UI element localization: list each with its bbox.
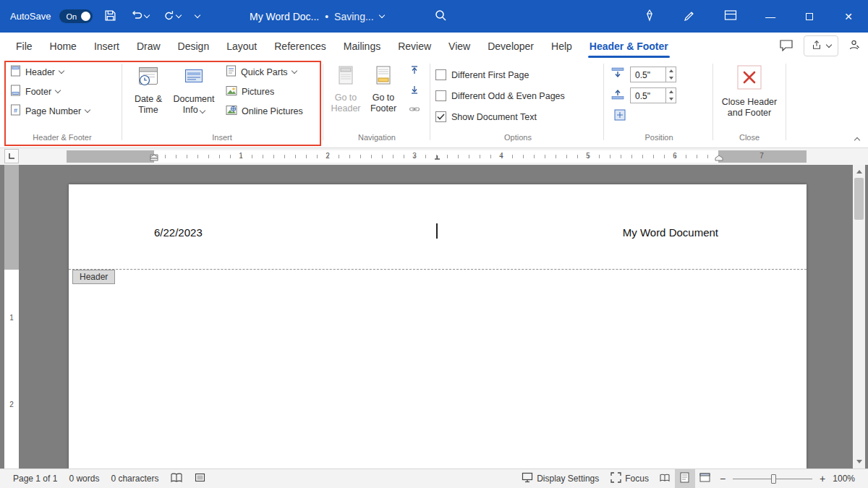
word-count-label: 0 words [69, 474, 99, 484]
left-tab-icon [8, 150, 15, 163]
tab-layout[interactable]: Layout [218, 33, 265, 59]
insert-alignment-tab-button[interactable] [610, 107, 629, 125]
quick-parts-button[interactable]: Quick Parts [221, 62, 307, 82]
right-indent-marker[interactable] [715, 151, 723, 164]
undo-button[interactable] [128, 7, 152, 25]
group-header-footer: Header Footer # Page Number Header & Foo… [6, 62, 119, 143]
previous-button[interactable] [405, 62, 423, 80]
tab-developer[interactable]: Developer [479, 33, 542, 59]
header-date-text[interactable]: 6/22/2023 [154, 226, 203, 239]
tab-help[interactable]: Help [542, 33, 581, 59]
proofing-book-icon [170, 473, 183, 485]
macro-record-button[interactable] [189, 469, 211, 488]
document-title[interactable]: My Word Doc... • Saving... [250, 0, 384, 33]
tab-file[interactable]: File [7, 33, 41, 59]
designer-button[interactable] [629, 0, 670, 33]
link-to-previous-button[interactable] [405, 101, 423, 119]
chevron-down-icon [59, 68, 64, 74]
go-to-footer-button[interactable]: Go to Footer [365, 62, 402, 115]
checkbox-unchecked-icon [435, 90, 446, 101]
chevron-down-icon [176, 12, 182, 18]
header-from-top-input[interactable]: 0.5" [630, 67, 676, 82]
pen-icon [684, 9, 697, 24]
search-button[interactable] [434, 9, 447, 24]
header-button[interactable]: Header [6, 62, 119, 82]
footer-button-label: Footer [25, 87, 51, 97]
character-count[interactable]: 0 characters [105, 469, 164, 488]
online-pictures-button[interactable]: Online Pictures [221, 101, 307, 121]
save-button[interactable] [101, 7, 119, 27]
print-layout-button[interactable] [675, 469, 695, 488]
ribbon-display-options-button[interactable] [710, 0, 751, 33]
group-separator [786, 64, 786, 140]
zoom-thumb[interactable] [771, 474, 776, 484]
zoom-out-button[interactable]: − [715, 473, 730, 484]
scroll-up-icon[interactable] [853, 166, 865, 177]
tab-draw[interactable]: Draw [128, 33, 169, 59]
proofing-button[interactable] [164, 469, 189, 488]
comments-button[interactable] [779, 38, 793, 53]
date-time-icon [137, 65, 159, 90]
tab-stop-selector[interactable] [4, 149, 19, 163]
go-to-header-button[interactable]: Go to Header [327, 62, 365, 115]
vertical-ruler[interactable]: 1 2 [4, 165, 19, 468]
tab-insert[interactable]: Insert [85, 33, 128, 59]
customize-toolbar-button[interactable] [192, 12, 203, 20]
editing-pen-button[interactable] [670, 0, 710, 33]
document-info-button[interactable]: Document Info [171, 62, 217, 116]
footer-icon [10, 85, 21, 98]
share-button[interactable] [804, 35, 838, 56]
zoom-level[interactable]: 100% [830, 474, 861, 484]
tab-mailings[interactable]: Mailings [335, 33, 389, 59]
pictures-button[interactable]: Pictures [221, 82, 307, 101]
page-info[interactable]: Page 1 of 1 [7, 469, 63, 488]
option-different-first-page[interactable]: Different First Page [435, 64, 600, 85]
tab-review[interactable]: Review [389, 33, 440, 59]
footer-button[interactable]: Footer [6, 82, 119, 101]
center-tab-marker[interactable] [434, 150, 441, 163]
close-header-footer-button[interactable]: Close Header and Footer [716, 62, 783, 119]
tab-home[interactable]: Home [41, 33, 85, 59]
read-mode-button[interactable] [655, 469, 675, 488]
document-area: 1 2 6/22/2023 My Word Document Header [0, 165, 868, 468]
word-count[interactable]: 0 words [63, 469, 105, 488]
display-settings-button[interactable]: Display Settings [516, 469, 605, 488]
footer-from-bottom-input[interactable]: 0.5" [630, 87, 676, 103]
tab-design[interactable]: Design [169, 33, 218, 59]
tab-header-footer[interactable]: Header & Footer [581, 33, 677, 59]
header-title-text[interactable]: My Word Document [623, 226, 718, 239]
focus-button[interactable]: Focus [605, 469, 655, 488]
group-position: 0.5" 0.5" Position [608, 62, 710, 143]
spin-up-icon[interactable] [666, 88, 676, 95]
spin-down-icon[interactable] [666, 74, 676, 82]
pictures-icon [226, 85, 237, 98]
redo-button[interactable] [161, 7, 184, 26]
horizontal-ruler[interactable]: 1 2 3 4 5 6 7 [67, 150, 807, 163]
chevron-down-icon [291, 68, 297, 74]
close-window-button[interactable]: ✕ [829, 0, 868, 33]
document-page[interactable]: 6/22/2023 My Word Document Header [69, 184, 807, 468]
option-different-odd-even[interactable]: Different Odd & Even Pages [435, 85, 600, 106]
tab-references[interactable]: References [265, 33, 335, 59]
autosave-toggle[interactable]: On [59, 9, 93, 23]
ruler-number: 2 [4, 401, 19, 408]
zoom-slider[interactable] [733, 469, 812, 488]
scrollbar-thumb[interactable] [854, 178, 864, 220]
maximize-button[interactable] [790, 0, 829, 33]
vertical-scrollbar[interactable] [853, 165, 865, 468]
date-time-button[interactable]: Date & Time [126, 62, 171, 116]
zoom-in-button[interactable]: + [815, 473, 830, 484]
web-layout-button[interactable] [695, 469, 715, 488]
page-number-button[interactable]: # Page Number [6, 101, 119, 121]
group-label: Insert [126, 133, 318, 142]
spin-down-icon[interactable] [666, 95, 676, 103]
scroll-down-icon[interactable] [853, 456, 865, 467]
editor-mode-button[interactable] [848, 39, 861, 53]
option-show-document-text[interactable]: Show Document Text [435, 106, 600, 127]
spin-up-icon[interactable] [666, 67, 676, 74]
collapse-ribbon-button[interactable] [855, 134, 859, 145]
minimize-button[interactable]: — [751, 0, 790, 33]
next-button[interactable] [405, 82, 423, 100]
left-indent-marker[interactable] [150, 151, 158, 164]
tab-view[interactable]: View [440, 33, 479, 59]
